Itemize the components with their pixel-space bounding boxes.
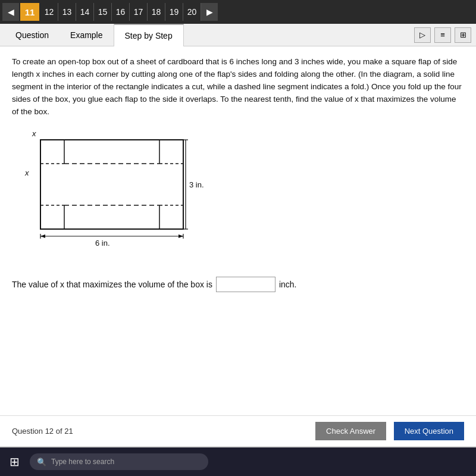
diagram-svg: x x bbox=[24, 128, 214, 259]
question-count: Question 12 of 21 bbox=[12, 427, 73, 436]
svg-marker-20 bbox=[40, 234, 45, 238]
svg-rect-2 bbox=[40, 140, 183, 229]
diagram-container: x x bbox=[24, 128, 226, 265]
nav-number-17[interactable]: 17 bbox=[130, 3, 148, 21]
tab-example[interactable]: Example bbox=[60, 24, 114, 46]
svg-text:6 in.: 6 in. bbox=[95, 239, 110, 248]
nav-number-15[interactable]: 15 bbox=[94, 3, 112, 21]
next-question-button[interactable]: Next Question bbox=[394, 422, 464, 440]
nav-number-18[interactable]: 18 bbox=[148, 3, 165, 21]
tab-bar: Question Example Step by Step ▷ ≡ ⊞ bbox=[0, 24, 476, 46]
nav-number-20[interactable]: 20 bbox=[183, 3, 201, 21]
play-icon-button[interactable]: ▷ bbox=[414, 27, 431, 43]
problem-text: To create an open-top box out of a sheet… bbox=[12, 56, 464, 118]
answer-suffix-text: inch. bbox=[279, 280, 297, 289]
nav-prev-button[interactable]: ◀ bbox=[2, 3, 19, 21]
start-button[interactable]: ⊞ bbox=[5, 452, 24, 471]
action-buttons: Check Answer Next Question bbox=[315, 422, 464, 440]
check-answer-button[interactable]: Check Answer bbox=[315, 422, 386, 440]
taskbar-search[interactable]: 🔍 Type here to search bbox=[30, 453, 208, 470]
svg-text:x: x bbox=[24, 168, 29, 177]
nav-number-16[interactable]: 16 bbox=[112, 3, 130, 21]
windows-icon: ⊞ bbox=[10, 455, 20, 469]
svg-marker-21 bbox=[178, 234, 183, 238]
search-icon: 🔍 bbox=[37, 458, 46, 466]
svg-text:3 in.: 3 in. bbox=[189, 180, 204, 189]
svg-text:x: x bbox=[32, 129, 36, 138]
answer-line: The value of x that maximizes the volume… bbox=[12, 277, 464, 292]
nav-number-19[interactable]: 19 bbox=[165, 3, 183, 21]
bottom-bar: Question 12 of 21 Check Answer Next Ques… bbox=[0, 415, 476, 446]
tab-question[interactable]: Question bbox=[5, 24, 60, 46]
answer-prefix-text: The value of x that maximizes the volume… bbox=[12, 280, 212, 289]
nav-active-number: 11 bbox=[20, 3, 39, 21]
nav-number-13[interactable]: 13 bbox=[58, 3, 76, 21]
answer-input[interactable] bbox=[216, 277, 275, 292]
book-icon-button[interactable]: ≡ bbox=[434, 27, 451, 43]
main-content: To create an open-top box out of a sheet… bbox=[0, 46, 476, 439]
taskbar: ⊞ 🔍 Type here to search bbox=[0, 447, 476, 476]
grid-icon-button[interactable]: ⊞ bbox=[455, 27, 471, 43]
tab-step-by-step[interactable]: Step by Step bbox=[114, 24, 184, 46]
nav-next-button[interactable]: ▶ bbox=[201, 3, 218, 21]
nav-number-12[interactable]: 12 bbox=[40, 3, 58, 21]
nav-number-14[interactable]: 14 bbox=[76, 3, 94, 21]
top-navigation: ◀ 11 12 13 14 15 16 17 18 19 20 ▶ bbox=[0, 0, 476, 24]
taskbar-search-text: Type here to search bbox=[51, 458, 114, 466]
tab-icon-group: ▷ ≡ ⊞ bbox=[414, 27, 471, 43]
